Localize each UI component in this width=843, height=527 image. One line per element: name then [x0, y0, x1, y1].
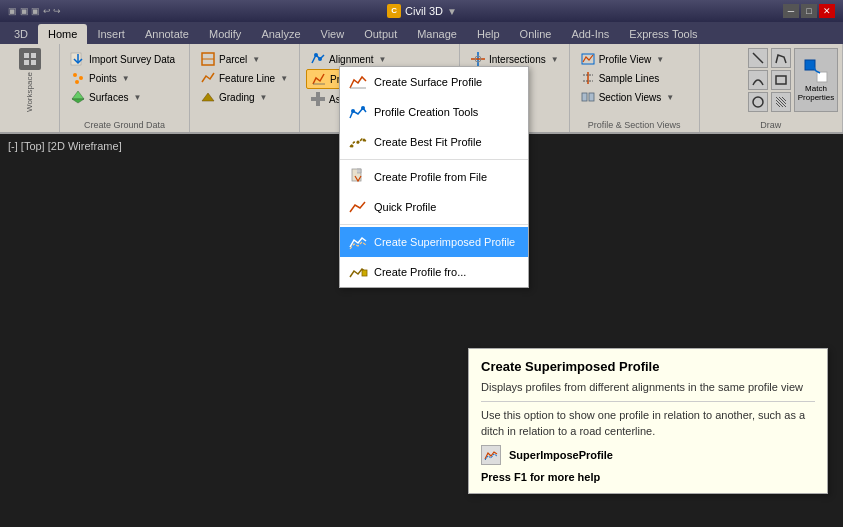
- profile-view-btn[interactable]: Profile View ▼: [576, 50, 693, 68]
- match-properties-btn[interactable]: Match Properties: [794, 48, 838, 112]
- sample-lines-label: Sample Lines: [599, 73, 660, 84]
- import-survey-label: Import Survey Data: [89, 54, 175, 65]
- surfaces-dropdown-arrow[interactable]: ▼: [133, 93, 141, 102]
- tab-3d[interactable]: 3D: [4, 24, 38, 44]
- maximize-button[interactable]: □: [801, 4, 817, 18]
- feature-line-btn[interactable]: Feature Line ▼: [196, 69, 293, 87]
- svg-rect-2: [24, 60, 29, 65]
- svg-point-14: [314, 53, 318, 57]
- profile-view-group-label: Profile & Section Views: [588, 118, 681, 130]
- grading-icon: [200, 89, 216, 105]
- draw-poly-btn[interactable]: [771, 48, 791, 68]
- svg-rect-1: [31, 53, 36, 58]
- svg-line-28: [753, 53, 763, 63]
- section-views-icon: [580, 89, 596, 105]
- dropdown-arrow-title[interactable]: ▼: [447, 6, 457, 17]
- draw-group: Match Properties Draw: [700, 44, 843, 132]
- draw-line-btn[interactable]: [748, 48, 768, 68]
- intersections-dropdown-arrow[interactable]: ▼: [551, 55, 559, 64]
- create-surface-profile-label: Create Surface Profile: [374, 76, 482, 88]
- tab-output[interactable]: Output: [354, 24, 407, 44]
- tab-modify[interactable]: Modify: [199, 24, 251, 44]
- sample-lines-btn[interactable]: Sample Lines: [576, 69, 693, 87]
- draw-hatch-btn[interactable]: [771, 92, 791, 112]
- tab-help[interactable]: Help: [467, 24, 510, 44]
- survey-items: Import Survey Data Points ▼ Surfaces ▼: [66, 48, 183, 108]
- draw-group-label: Draw: [760, 118, 781, 130]
- svg-marker-9: [72, 91, 84, 99]
- dropdown-create-profile-from-file[interactable]: Create Profile from File: [340, 162, 528, 192]
- tab-addins[interactable]: Add-Ins: [561, 24, 619, 44]
- intersections-label: Intersections: [489, 54, 546, 65]
- points-dropdown-arrow[interactable]: ▼: [122, 74, 130, 83]
- tab-view[interactable]: View: [311, 24, 355, 44]
- tab-annotate[interactable]: Annotate: [135, 24, 199, 44]
- title-center: C Civil 3D ▼: [387, 4, 457, 18]
- survey-group: Import Survey Data Points ▼ Surfaces ▼: [60, 44, 190, 132]
- title-bar: ▣ ▣ ▣ ↩ ↪ C Civil 3D ▼ ─ □ ✕: [0, 0, 843, 22]
- profile-creation-tools-icon: [348, 102, 368, 122]
- create-superimposed-icon: [348, 232, 368, 252]
- tab-expresstools[interactable]: Express Tools: [619, 24, 707, 44]
- draw-rect-btn[interactable]: [771, 70, 791, 90]
- alignment-dropdown-arrow[interactable]: ▼: [378, 55, 386, 64]
- create-profile-from-file-icon: [348, 167, 368, 187]
- dropdown-create-profile-from2[interactable]: Create Profile fro...: [340, 257, 528, 287]
- dropdown-create-surface-profile[interactable]: Create Surface Profile: [340, 67, 528, 97]
- svg-rect-0: [24, 53, 29, 58]
- points-btn[interactable]: Points ▼: [66, 69, 183, 87]
- tab-home[interactable]: Home: [38, 24, 87, 44]
- workspace-group: Workspace: [0, 44, 60, 132]
- svg-point-15: [318, 57, 322, 61]
- dropdown-profile-creation-tools[interactable]: Profile Creation Tools: [340, 97, 528, 127]
- svg-point-7: [79, 76, 83, 80]
- close-button[interactable]: ✕: [819, 4, 835, 18]
- assembly-icon: [310, 91, 326, 107]
- grading-btn[interactable]: Grading ▼: [196, 88, 293, 106]
- parcel-btn[interactable]: Parcel ▼: [196, 50, 293, 68]
- tab-online[interactable]: Online: [510, 24, 562, 44]
- svg-rect-26: [582, 93, 587, 101]
- feature-line-dropdown-arrow[interactable]: ▼: [280, 74, 288, 83]
- workspace-btn[interactable]: [19, 48, 41, 70]
- surfaces-icon: [70, 89, 86, 105]
- draw-arc-btn[interactable]: [748, 70, 768, 90]
- feature-line-icon: [200, 70, 216, 86]
- tab-manage[interactable]: Manage: [407, 24, 467, 44]
- profile-view-dropdown-arrow[interactable]: ▼: [656, 55, 664, 64]
- tooltip-panel: Create Superimposed Profile Displays pro…: [468, 348, 828, 494]
- dropdown-sep-2: [340, 224, 528, 225]
- tab-insert[interactable]: Insert: [87, 24, 135, 44]
- parcel-dropdown-arrow[interactable]: ▼: [252, 55, 260, 64]
- tooltip-text2: Use this option to show one profile in r…: [481, 408, 815, 439]
- window-controls[interactable]: ─ □ ✕: [783, 4, 835, 18]
- surfaces-btn[interactable]: Surfaces ▼: [66, 88, 183, 106]
- import-survey-icon: [70, 51, 86, 67]
- dropdown-create-superimposed[interactable]: Create Superimposed Profile: [340, 227, 528, 257]
- minimize-button[interactable]: ─: [783, 4, 799, 18]
- grading-dropdown-arrow[interactable]: ▼: [260, 93, 268, 102]
- section-views-btn[interactable]: Section Views ▼: [576, 88, 693, 106]
- tooltip-command-label: SuperImposeProfile: [509, 449, 613, 461]
- section-views-dropdown-arrow[interactable]: ▼: [666, 93, 674, 102]
- grading-label: Grading: [219, 92, 255, 103]
- app-title: Civil 3D: [405, 5, 443, 17]
- parcel-group: Parcel ▼ Feature Line ▼ Grading ▼: [190, 44, 300, 132]
- svg-point-37: [357, 141, 360, 144]
- dropdown-create-best-fit[interactable]: Create Best Fit Profile: [340, 127, 528, 157]
- svg-rect-3: [31, 60, 36, 65]
- dropdown-quick-profile[interactable]: Quick Profile: [340, 192, 528, 222]
- create-surface-profile-icon: [348, 72, 368, 92]
- tooltip-title: Create Superimposed Profile: [481, 359, 815, 374]
- ribbon-panel: Workspace Import Survey Data Points ▼: [0, 44, 843, 134]
- svg-rect-30: [776, 76, 786, 84]
- svg-point-38: [363, 139, 366, 142]
- tooltip-footer: Press F1 for more help: [481, 471, 815, 483]
- svg-point-34: [351, 109, 355, 113]
- tab-analyze[interactable]: Analyze: [251, 24, 310, 44]
- draw-circle-btn[interactable]: [748, 92, 768, 112]
- tooltip-icon-row: SuperImposeProfile: [481, 445, 815, 465]
- intersections-icon: [470, 51, 486, 67]
- svg-point-29: [753, 97, 763, 107]
- import-survey-btn[interactable]: Import Survey Data: [66, 50, 183, 68]
